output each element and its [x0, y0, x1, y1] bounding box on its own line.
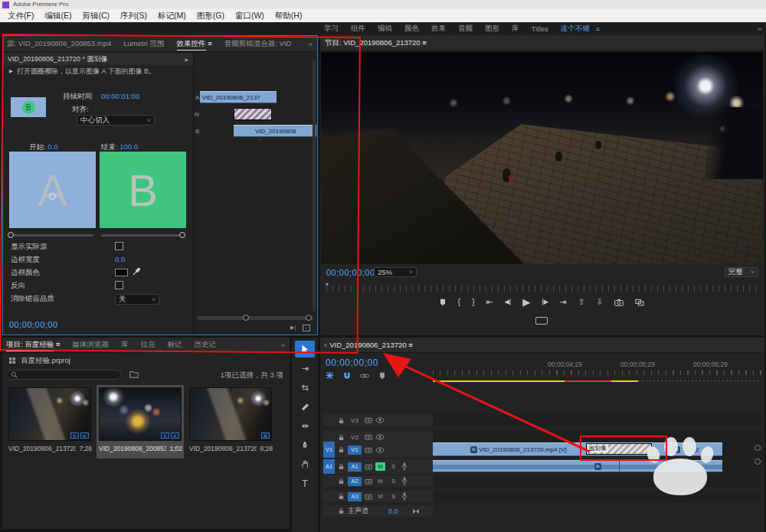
- track-name[interactable]: A1: [348, 462, 362, 472]
- lock-icon[interactable]: [338, 478, 345, 485]
- hand-tool[interactable]: [295, 455, 315, 472]
- source-patch-v1[interactable]: V1: [323, 442, 335, 458]
- sync-lock-icon[interactable]: [365, 478, 372, 485]
- workspace-tab-audio[interactable]: 音频: [452, 24, 479, 34]
- solo-button[interactable]: S: [388, 492, 398, 501]
- tab-lumetri-scopes[interactable]: Lumetri 范围: [117, 39, 170, 49]
- border-color-swatch[interactable]: [115, 269, 128, 276]
- monitor-extra-button[interactable]: [535, 317, 548, 325]
- project-item-card-selected[interactable]: ≡ ▸ VID_20190808_200853_ 1;02: [97, 385, 184, 459]
- tabs-overflow-icon[interactable]: »: [277, 341, 290, 349]
- mini-clip-b[interactable]: VID_20190808: [234, 125, 316, 137]
- workspace-tab-assembly[interactable]: 组件: [345, 24, 372, 34]
- mark-in-icon[interactable]: {: [458, 298, 461, 306]
- tabs-overflow-icon[interactable]: »: [304, 40, 317, 48]
- clip-thumbnail[interactable]: ≡ ▸: [8, 387, 91, 441]
- tab-history[interactable]: 历史记: [188, 340, 222, 350]
- sequence-thumbnail[interactable]: ⧉: [189, 387, 272, 441]
- clip-name[interactable]: VID_20190808_200853_: [99, 445, 166, 452]
- clip-name[interactable]: VID_20190806_213720_: [8, 445, 76, 452]
- sync-lock-icon[interactable]: [365, 433, 372, 441]
- track-name[interactable]: A3: [348, 492, 362, 501]
- export-icon[interactable]: ↑: [303, 325, 310, 331]
- tab-program-monitor[interactable]: 节目: VID_20190806_213720 ≡: [320, 38, 433, 48]
- panel-menu-icon[interactable]: ≡: [408, 341, 413, 349]
- lift-icon[interactable]: ⇧: [578, 298, 585, 306]
- track-name[interactable]: V1: [348, 446, 362, 455]
- mic-icon[interactable]: [401, 477, 408, 485]
- menu-marker[interactable]: 标记(M): [158, 11, 186, 21]
- menu-edit[interactable]: 编辑(E): [44, 11, 71, 21]
- eye-icon[interactable]: [375, 417, 385, 423]
- start-slider[interactable]: [11, 234, 93, 237]
- reverse-checkbox[interactable]: [115, 281, 123, 289]
- lock-icon[interactable]: [338, 508, 345, 514]
- align-dropdown[interactable]: 中心切入˅: [77, 115, 155, 126]
- extract-icon[interactable]: ⇩: [597, 298, 604, 306]
- show-source-checkbox[interactable]: [115, 242, 123, 250]
- tab-sequence[interactable]: × VID_20190806_213720 ≡: [320, 341, 419, 349]
- mute-button[interactable]: M: [375, 477, 385, 485]
- master-gain-value[interactable]: 0.0: [388, 508, 398, 515]
- workspace-tab-learn[interactable]: 学习: [318, 24, 345, 34]
- lock-icon[interactable]: [338, 493, 345, 500]
- export-frame-camera-icon[interactable]: [614, 299, 624, 306]
- lock-icon[interactable]: [338, 434, 345, 441]
- goto-out-icon[interactable]: ⇥: [560, 298, 567, 306]
- razor-tool[interactable]: [295, 398, 315, 415]
- selection-tool[interactable]: [295, 341, 315, 357]
- add-marker-icon[interactable]: [439, 299, 447, 306]
- scroll-dot[interactable]: [755, 459, 761, 465]
- tab-media-browser[interactable]: 媒体浏览器: [66, 340, 115, 350]
- workspace-tab-editing[interactable]: 编辑: [372, 24, 398, 34]
- preview-b[interactable]: B: [100, 152, 186, 228]
- step-forward-icon[interactable]: |▶: [542, 299, 548, 305]
- menu-sequence[interactable]: 序列(S): [120, 11, 147, 21]
- workspace-tab-effects[interactable]: 效果: [425, 24, 452, 34]
- project-item-card[interactable]: ≡ ▸ VID_20190806_213720_ 7;26: [6, 385, 93, 459]
- start-value[interactable]: 0.0: [47, 142, 57, 151]
- sync-lock-icon[interactable]: [365, 446, 372, 454]
- solo-button[interactable]: S: [388, 477, 398, 485]
- pen-tool[interactable]: [295, 436, 315, 453]
- mini-zoom-handle-left[interactable]: [243, 315, 249, 321]
- source-patch[interactable]: [323, 505, 335, 517]
- workspace-tab-custom[interactable]: 这个不错: [555, 24, 596, 34]
- preview-a[interactable]: A: [9, 152, 96, 228]
- project-item-card[interactable]: ⧉ VID_20190806_213720 8;28: [187, 385, 274, 459]
- ripple-edit-tool[interactable]: ⇆: [295, 379, 315, 396]
- mute-button[interactable]: M: [375, 492, 385, 501]
- end-slider[interactable]: [101, 234, 184, 237]
- program-quality-dropdown[interactable]: 完整˅: [725, 267, 758, 277]
- tab-info[interactable]: 信息: [134, 340, 161, 350]
- source-patch-a1[interactable]: A1: [323, 459, 335, 474]
- antialias-dropdown[interactable]: 关˅: [115, 294, 159, 305]
- mini-clip-a[interactable]: VID_20190806_2137: [200, 91, 277, 103]
- transition-clip[interactable]: 圆划像: [586, 443, 652, 455]
- new-bin-folder-icon[interactable]: [129, 370, 139, 378]
- timeline-ruler[interactable]: 00;00;04;29 00;00;05;29 00;00;06;29 00;0…: [433, 356, 762, 376]
- snap-magnet-icon[interactable]: [343, 372, 351, 380]
- lock-icon[interactable]: [338, 463, 345, 470]
- scroll-dot[interactable]: [755, 445, 761, 451]
- menu-window[interactable]: 窗口(W): [235, 11, 264, 21]
- track-name[interactable]: A2: [348, 477, 362, 486]
- menu-file[interactable]: 文件(F): [8, 11, 34, 21]
- duration-value[interactable]: 00:00:01:00: [101, 92, 139, 100]
- comparison-view-icon[interactable]: [635, 299, 644, 306]
- tab-project[interactable]: 项目: 百度经验 ≡: [2, 340, 66, 350]
- track-select-tool[interactable]: ⇥: [295, 360, 315, 377]
- program-playhead[interactable]: ▾: [326, 281, 329, 288]
- start-slider-handle[interactable]: [8, 232, 14, 238]
- source-patch[interactable]: [323, 491, 335, 502]
- menu-graphics[interactable]: 图形(G): [197, 11, 224, 21]
- solo-button[interactable]: S: [388, 462, 398, 471]
- mini-zoom-handle-right[interactable]: [306, 315, 312, 321]
- program-timecode[interactable]: 00;00;00;00: [326, 268, 375, 277]
- program-scrub-bar[interactable]: [326, 286, 758, 292]
- step-back-icon[interactable]: ◀|: [504, 299, 511, 305]
- tab-effect-controls[interactable]: 效果控件 ≡: [171, 39, 218, 49]
- project-file-row[interactable]: 百度经验.prproj: [2, 354, 290, 367]
- type-tool[interactable]: T: [295, 475, 315, 491]
- menu-clip[interactable]: 剪辑(C): [82, 11, 110, 21]
